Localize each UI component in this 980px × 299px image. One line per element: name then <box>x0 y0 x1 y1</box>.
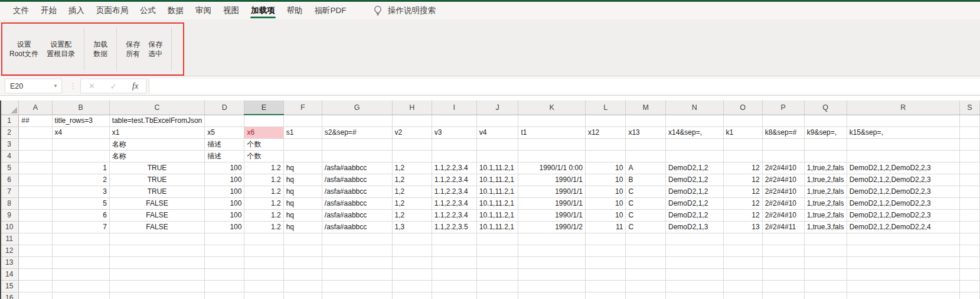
cell-M14[interactable] <box>626 268 666 280</box>
cell-B15[interactable] <box>52 280 109 292</box>
cell-C2[interactable]: x1 <box>109 126 204 138</box>
row-header-8[interactable]: 8 <box>0 197 19 209</box>
cell-I3[interactable] <box>432 138 476 150</box>
cell-O10[interactable]: 13 <box>723 221 762 233</box>
cell-K7[interactable]: 1990/1/1 <box>518 186 586 197</box>
cell-R10[interactable]: DemoD2,1,2,DemoD2,2,4 <box>847 221 959 233</box>
cell-C7[interactable]: TRUE <box>109 186 204 197</box>
cell-Q15[interactable] <box>804 280 847 292</box>
addin-button-g1-1[interactable]: 设置Root文件 <box>5 26 43 72</box>
cell-K13[interactable] <box>518 256 586 268</box>
cell-H3[interactable] <box>392 138 432 150</box>
cell-R5[interactable]: DemoD2,1,2,DemoD2,2,3 <box>847 162 959 174</box>
cell-O8[interactable]: 12 <box>723 197 762 209</box>
cell-N7[interactable]: DemoD2,1,2 <box>665 186 723 197</box>
column-header-C[interactable]: C <box>109 100 204 115</box>
cell-S9[interactable] <box>959 209 979 221</box>
cell-F14[interactable] <box>283 268 322 280</box>
cell-P13[interactable] <box>762 256 804 268</box>
cell-D7[interactable]: 100 <box>205 186 244 197</box>
cell-A5[interactable] <box>19 162 52 174</box>
cell-F5[interactable]: hq <box>283 162 322 174</box>
cell-E10[interactable]: 1.2 <box>244 221 283 233</box>
cell-G5[interactable]: /asfa#aabbcc <box>322 162 392 174</box>
cell-C4[interactable]: 名称 <box>109 150 204 162</box>
cell-Q6[interactable]: 1,true,2,fals <box>804 174 847 186</box>
cell-R13[interactable] <box>847 256 959 268</box>
cell-S13[interactable] <box>959 256 979 268</box>
cell-M10[interactable]: C <box>626 221 666 233</box>
cell-Q14[interactable] <box>804 268 847 280</box>
cell-K10[interactable]: 1990/1/2 <box>518 221 586 233</box>
cell-A7[interactable] <box>19 186 52 197</box>
column-header-K[interactable]: K <box>518 100 586 115</box>
cell-O12[interactable] <box>723 245 762 256</box>
cell-M9[interactable]: C <box>626 209 666 221</box>
cell-H16[interactable] <box>392 292 432 299</box>
cell-A11[interactable] <box>19 233 52 245</box>
cell-S6[interactable] <box>959 174 979 186</box>
cell-Q1[interactable] <box>804 115 847 126</box>
ribbon-tab-4[interactable]: 页面布局 <box>90 2 134 20</box>
cell-S12[interactable] <box>959 245 979 256</box>
cell-C3[interactable]: 名称 <box>109 138 204 150</box>
cell-S14[interactable] <box>959 268 979 280</box>
cell-K3[interactable] <box>518 138 586 150</box>
cell-G1[interactable] <box>322 115 392 126</box>
cell-J15[interactable] <box>476 280 518 292</box>
cell-A2[interactable] <box>19 126 52 138</box>
cell-S11[interactable] <box>959 233 979 245</box>
cell-S10[interactable] <box>959 221 979 233</box>
cell-G2[interactable]: s2&sep=# <box>322 126 392 138</box>
column-header-M[interactable]: M <box>626 100 666 115</box>
cell-H8[interactable]: 1,2 <box>392 197 432 209</box>
cell-M11[interactable] <box>626 233 666 245</box>
cell-G13[interactable] <box>322 256 392 268</box>
cell-G11[interactable] <box>322 233 392 245</box>
cell-Q13[interactable] <box>804 256 847 268</box>
cell-C10[interactable]: FALSE <box>109 221 204 233</box>
cell-L8[interactable]: 10 <box>585 197 625 209</box>
cell-F10[interactable]: hq <box>283 221 322 233</box>
cell-E1[interactable] <box>244 115 283 126</box>
tell-me-search[interactable]: 操作说明搜索 <box>373 2 436 20</box>
cell-A15[interactable] <box>19 280 52 292</box>
cell-N6[interactable]: DemoD2,1,2 <box>665 174 723 186</box>
cell-I13[interactable] <box>432 256 476 268</box>
cell-D6[interactable]: 100 <box>205 174 244 186</box>
cell-O2[interactable]: k1 <box>723 126 762 138</box>
row-header-3[interactable]: 3 <box>0 138 19 150</box>
cell-J9[interactable]: 10.1,11.2,1 <box>476 209 518 221</box>
cell-H4[interactable] <box>392 150 432 162</box>
cell-I9[interactable]: 1.1,2.2,3.4 <box>432 209 476 221</box>
cell-G6[interactable]: /asfa#aabbcc <box>322 174 392 186</box>
formula-bar-input[interactable] <box>149 79 980 93</box>
cell-D2[interactable]: x5 <box>205 126 244 138</box>
cell-P15[interactable] <box>762 280 804 292</box>
cell-G7[interactable]: /asfa#aabbcc <box>322 186 392 197</box>
cell-J6[interactable]: 10.1,11.2,1 <box>476 174 518 186</box>
cell-B16[interactable] <box>52 292 109 299</box>
cell-L9[interactable]: 10 <box>585 209 625 221</box>
cell-R4[interactable] <box>847 150 959 162</box>
cell-P7[interactable]: 2#2#4#10 <box>762 186 804 197</box>
cell-F8[interactable]: hq <box>283 197 322 209</box>
cell-A12[interactable] <box>19 245 52 256</box>
cell-S8[interactable] <box>959 197 979 209</box>
cell-C8[interactable]: FALSE <box>109 197 204 209</box>
cell-N14[interactable] <box>665 268 723 280</box>
column-header-S[interactable]: S <box>959 100 979 115</box>
cell-C13[interactable] <box>109 256 204 268</box>
cell-F15[interactable] <box>283 280 322 292</box>
cell-J13[interactable] <box>476 256 518 268</box>
cell-B2[interactable]: x4 <box>52 126 109 138</box>
ribbon-tab-11[interactable]: 福昕PDF <box>309 2 352 20</box>
cell-M2[interactable]: x13 <box>626 126 666 138</box>
select-all-corner[interactable] <box>0 100 19 115</box>
cell-N13[interactable] <box>665 256 723 268</box>
cell-R15[interactable] <box>847 280 959 292</box>
cell-O5[interactable]: 12 <box>723 162 762 174</box>
addin-button-g2-1[interactable]: 加载数据 <box>89 26 112 72</box>
cell-G16[interactable] <box>322 292 392 299</box>
cell-B11[interactable] <box>52 233 109 245</box>
